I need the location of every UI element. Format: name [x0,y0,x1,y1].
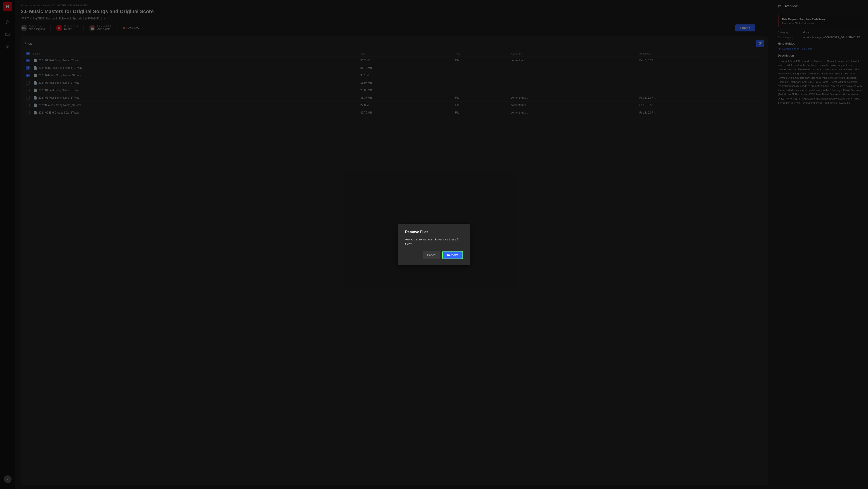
remove-button[interactable]: Remove [442,251,463,259]
modal-title: Remove Files [405,230,463,234]
modal-actions: Cancel Remove [405,251,463,259]
remove-files-modal: Remove Files Are you sure you want to re… [398,224,470,265]
modal-body: Are you sure you want to remove these 3 … [405,237,463,246]
cancel-button[interactable]: Cancel [423,251,440,259]
modal-overlay[interactable]: Remove Files Are you sure you want to re… [0,0,868,489]
